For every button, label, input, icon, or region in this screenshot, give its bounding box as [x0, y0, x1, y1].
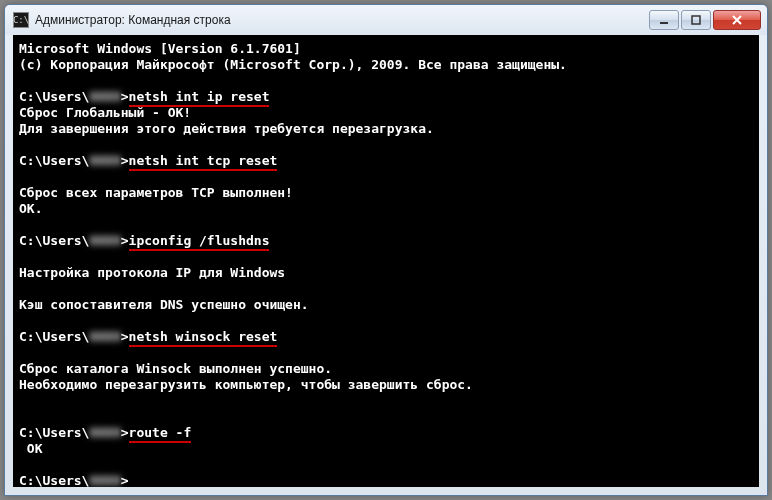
blank-line — [19, 217, 753, 233]
output-line: OK — [19, 441, 753, 457]
output-line: Настройка протокола IP для Windows — [19, 265, 753, 281]
output-line: OK. — [19, 201, 753, 217]
output-line: Необходимо перезагрузить компьютер, чтоб… — [19, 377, 753, 393]
terminal-output[interactable]: Microsoft Windows [Version 6.1.7601](c) … — [13, 35, 759, 487]
close-button[interactable] — [713, 10, 761, 30]
blank-line — [19, 73, 753, 89]
minimize-button[interactable] — [649, 10, 679, 30]
output-line: Кэш сопоставителя DNS успешно очищен. — [19, 297, 753, 313]
blank-line — [19, 169, 753, 185]
copyright-line: (c) Корпорация Майкрософт (Microsoft Cor… — [19, 57, 753, 73]
maximize-button[interactable] — [681, 10, 711, 30]
terminal-window: C:\ Администратор: Командная строка Micr… — [4, 4, 768, 496]
command-text: netsh int tcp reset — [129, 153, 278, 171]
blank-line — [19, 409, 753, 425]
window-title: Администратор: Командная строка — [35, 13, 649, 27]
prompt-line: C:\Users\XXXX>netsh int ip reset — [19, 89, 753, 105]
output-line: Сброс всех параметров TCP выполнен! — [19, 185, 753, 201]
blank-line — [19, 345, 753, 361]
command-text: route -f — [129, 425, 192, 443]
blank-line — [19, 313, 753, 329]
prompt-line: C:\Users\XXXX>netsh int tcp reset — [19, 153, 753, 169]
prompt-line: C:\Users\XXXX>ipconfig /flushdns — [19, 233, 753, 249]
blank-line — [19, 457, 753, 473]
active-prompt: C:\Users\XXXX> — [19, 473, 753, 487]
version-line: Microsoft Windows [Version 6.1.7601] — [19, 41, 753, 57]
command-text: ipconfig /flushdns — [129, 233, 270, 251]
window-controls — [649, 10, 761, 30]
svg-rect-1 — [692, 16, 700, 24]
blank-line — [19, 137, 753, 153]
blank-line — [19, 249, 753, 265]
svg-rect-0 — [660, 22, 668, 24]
output-line: Для завершения этого действия требуется … — [19, 121, 753, 137]
output-line: Сброс каталога Winsock выполнен успешно. — [19, 361, 753, 377]
titlebar[interactable]: C:\ Администратор: Командная строка — [5, 5, 767, 35]
prompt-line: C:\Users\XXXX>netsh winsock reset — [19, 329, 753, 345]
blank-line — [19, 281, 753, 297]
prompt-line: C:\Users\XXXX>route -f — [19, 425, 753, 441]
blank-line — [19, 393, 753, 409]
output-line: Сброс Глобальный - OK! — [19, 105, 753, 121]
command-text: netsh winsock reset — [129, 329, 278, 347]
app-icon: C:\ — [13, 12, 29, 28]
